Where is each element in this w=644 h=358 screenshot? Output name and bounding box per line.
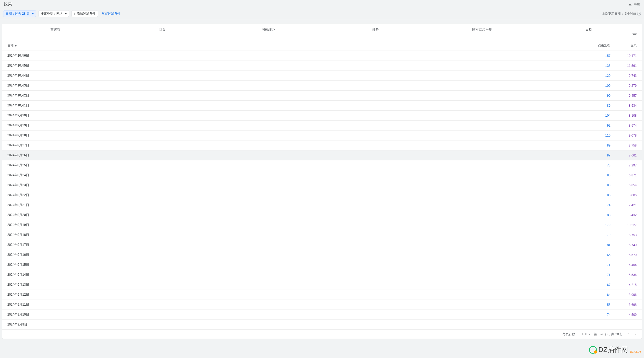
cell-date: 2024年9月10日 [7,312,590,317]
tab-2[interactable]: 国家/地区 [215,24,322,36]
add-filter-chip[interactable]: + 添加过滤条件 [71,10,98,17]
cell-impressions: 4,509 [616,313,637,317]
table-row[interactable]: 2024年9月22日868,006 [2,190,642,200]
table-row[interactable]: 2024年9月25日787,297 [2,160,642,170]
search-type-chip[interactable]: 搜索类型：网络 [38,10,69,17]
prev-page-button[interactable]: ‹ [626,332,630,337]
table-row[interactable]: 2024年9月28日1109,078 [2,131,642,140]
table-row[interactable]: 2024年9月27日898,758 [2,140,642,150]
table-body: 2024年10月6日15710,4712024年10月5日13611,56120… [2,51,642,330]
table-row[interactable]: 2024年9月12日643,996 [2,290,642,300]
table-row[interactable]: 2024年9月13日674,215 [2,280,642,290]
cell-clicks: 89 [590,104,610,107]
tabs: 查询数网页国家/地区设备搜索结果呈现日期 [2,24,642,36]
export-button[interactable]: 导出 [628,2,640,7]
table-row[interactable]: 2024年9月19日17910,227 [2,220,642,230]
table-row[interactable]: 2024年9月20日836,432 [2,210,642,220]
cell-impressions: 5,740 [616,243,637,247]
table-row[interactable]: 2024年9月18日795,753 [2,230,642,240]
cell-clicks: 120 [590,74,610,78]
cell-clicks: 87 [590,154,610,157]
tab-0[interactable]: 查询数 [2,24,109,36]
cell-impressions: 4,215 [616,283,637,287]
table-row[interactable]: 2024年9月24日836,871 [2,170,642,180]
table-row[interactable]: 2024年9月15日716,464 [2,260,642,270]
cell-date: 2024年9月17日 [7,243,590,247]
table-row[interactable]: 2024年9月14日715,536 [2,270,642,280]
table-row[interactable]: 2024年10月2日909,457 [2,91,642,101]
cell-clicks: 136 [590,64,610,68]
table-row[interactable]: 2024年9月17日815,740 [2,240,642,250]
cell-impressions: 9,457 [616,94,637,97]
cell-impressions: 3,698 [616,303,637,307]
last-updated-value: 3小时前 [625,12,636,16]
table-row[interactable]: 2024年9月9日 [2,320,642,330]
cell-clicks: 157 [590,54,610,58]
cell-date: 2024年9月15日 [7,263,590,267]
cell-clicks: 89 [590,144,610,147]
chevron-down-icon [65,13,67,14]
cell-date: 2024年9月16日 [7,253,590,257]
cell-date: 2024年9月25日 [7,163,590,167]
cell-date: 2024年9月20日 [7,213,590,217]
filter-bar: 日期：过去 28 天 搜索类型：网络 + 添加过滤条件 重置过滤条件 上次更新日… [0,9,644,20]
content-area: 查询数网页国家/地区设备搜索结果呈现日期 日期 点击次数 展示 2024年10月… [0,20,644,339]
cell-impressions: 5,536 [616,273,637,277]
table-row[interactable]: 2024年10月4日1209,743 [2,71,642,81]
cell-impressions: 5,570 [616,253,637,257]
table-row[interactable]: 2024年10月5日13611,561 [2,61,642,71]
add-filter-label: 添加过滤条件 [77,12,96,16]
header-bar: 效果 导出 [0,0,644,9]
column-header-date[interactable]: 日期 [7,44,590,48]
cell-impressions: 8,758 [616,144,637,147]
table-row[interactable]: 2024年10月3日1099,279 [2,81,642,91]
cell-impressions: 3,996 [616,293,637,297]
chevron-down-icon [588,334,590,335]
cell-date: 2024年9月13日 [7,283,590,287]
info-icon[interactable]: ? [637,12,641,15]
table-row[interactable]: 2024年9月26日877,661 [2,150,642,160]
page-title: 效果 [4,2,12,7]
tab-4[interactable]: 搜索结果呈现 [429,24,535,36]
cell-impressions: 6,464 [616,263,637,267]
column-date-label: 日期 [7,44,14,48]
tab-3[interactable]: 设备 [322,24,429,36]
next-page-button[interactable]: › [634,332,637,337]
column-header-impressions[interactable]: 展示 [616,44,637,48]
cell-clicks: 74 [590,203,610,207]
table-row[interactable]: 2024年9月23日886,854 [2,180,642,190]
table-row[interactable]: 2024年10月6日15710,471 [2,51,642,61]
cell-impressions: 5,753 [616,233,637,237]
report-card: 查询数网页国家/地区设备搜索结果呈现日期 日期 点击次数 展示 2024年10月… [2,24,642,339]
column-header-clicks[interactable]: 点击次数 [590,44,610,48]
table-row[interactable]: 2024年9月30日1048,108 [2,111,642,121]
cell-clicks: 55 [590,303,610,307]
table-row[interactable]: 2024年9月10日744,509 [2,310,642,320]
tab-1[interactable]: 网页 [109,24,215,36]
pagination-range: 第 1-28 行，共 28 行 [594,332,623,337]
reset-filters-link[interactable]: 重置过滤条件 [102,12,121,16]
date-filter-chip[interactable]: 日期：过去 28 天 [3,10,36,17]
search-type-label: 搜索类型：网络 [41,12,63,16]
cell-impressions: 10,227 [616,223,637,227]
cell-clicks: 71 [590,273,610,277]
cell-date: 2024年10月3日 [7,83,590,88]
cell-clicks: 104 [590,114,610,117]
table-row[interactable]: 2024年9月11日553,698 [2,300,642,310]
table-row[interactable]: 2024年10月1日898,534 [2,101,642,111]
cell-impressions: 8,534 [616,104,637,107]
cell-date: 2024年9月26日 [7,153,590,158]
date-filter-label: 日期：过去 28 天 [6,12,30,16]
cell-date: 2024年9月11日 [7,302,590,307]
cell-clicks: 90 [590,94,610,97]
cell-clicks: 64 [590,293,610,297]
cell-clicks: 83 [590,213,610,217]
cell-clicks: 71 [590,263,610,267]
cell-impressions: 7,297 [616,164,637,167]
table-row[interactable]: 2024年9月21日747,421 [2,200,642,210]
table-row[interactable]: 2024年9月29日928,574 [2,121,642,131]
cell-impressions: 9,743 [616,74,637,78]
rows-per-page-select[interactable]: 100 [582,332,590,336]
tab-5[interactable]: 日期 [535,24,642,36]
table-row[interactable]: 2024年9月16日655,570 [2,250,642,260]
